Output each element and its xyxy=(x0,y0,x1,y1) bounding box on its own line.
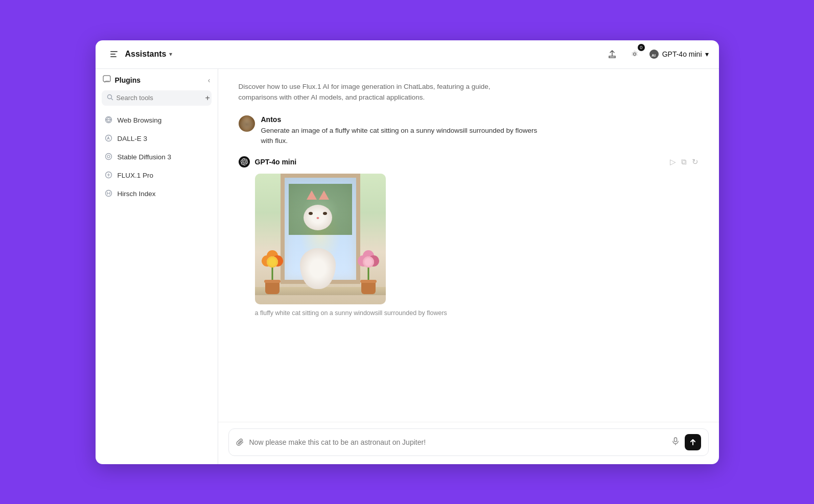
svg-point-6 xyxy=(107,94,111,99)
dall-e-label: DALL-E 3 xyxy=(118,135,148,142)
voice-button[interactable] xyxy=(671,437,680,447)
plugin-badge-container: 0 xyxy=(626,46,643,62)
svg-point-10 xyxy=(107,155,110,158)
plugin-badge-count: 0 xyxy=(638,44,645,51)
ai-message: GPT-4o mini ▷ ⧉ ↻ xyxy=(239,156,699,317)
sidebar-title-container: Plugins xyxy=(103,75,141,85)
ai-action-buttons: ▷ ⧉ ↻ xyxy=(670,157,699,166)
sidebar-header: Plugins ‹ xyxy=(96,75,218,90)
sidebar: Plugins ‹ + xyxy=(96,69,218,464)
user-message-text: Generate an image of a fluffy white cat … xyxy=(261,126,547,147)
intro-text: Discover how to use Flux.1 AI for image … xyxy=(239,81,525,103)
svg-rect-5 xyxy=(103,76,110,82)
hirsch-icon xyxy=(105,189,112,199)
attach-button[interactable] xyxy=(236,438,244,446)
generated-image-container: a fluffy white cat sitting on a sunny wi… xyxy=(255,174,699,317)
header-left: Assistants ▾ xyxy=(106,46,173,62)
stable-diffusion-label: Stable Diffusion 3 xyxy=(118,153,172,161)
user-avatar xyxy=(239,115,255,132)
assistants-chevron-icon: ▾ xyxy=(169,51,172,58)
sidebar-item-flux1-pro[interactable]: FLUX.1 Pro xyxy=(100,167,214,184)
flower-left xyxy=(265,282,280,294)
plugin-list: Web Browsing DALL-E 3 xyxy=(96,112,218,203)
search-icon xyxy=(107,94,113,102)
sidebar-item-stable-diffusion-3[interactable]: Stable Diffusion 3 xyxy=(100,149,214,166)
model-name-label: GPT-4o mini xyxy=(662,50,702,58)
body: Plugins ‹ + xyxy=(96,69,719,464)
regenerate-button[interactable]: ↻ xyxy=(692,157,699,166)
model-chevron-icon: ▾ xyxy=(705,50,709,58)
assistants-label: Assistants xyxy=(125,50,167,59)
ai-message-header: GPT-4o mini ▷ ⧉ ↻ xyxy=(239,156,699,167)
svg-point-9 xyxy=(105,153,111,159)
svg-text:AI: AI xyxy=(652,53,656,58)
web-browsing-icon xyxy=(105,116,112,125)
sidebar-item-hirsch-index[interactable]: Hirsch Index xyxy=(100,185,214,203)
send-button[interactable] xyxy=(685,434,701,450)
play-button[interactable]: ▷ xyxy=(670,157,676,166)
model-selector-button[interactable]: AI GPT-4o mini ▾ xyxy=(649,49,709,59)
flower-right xyxy=(361,282,376,294)
sidebar-title-label: Plugins xyxy=(115,76,141,84)
assistants-button[interactable] xyxy=(106,46,122,62)
stable-diffusion-icon xyxy=(105,153,112,162)
svg-rect-13 xyxy=(674,438,677,442)
ai-name-row: GPT-4o mini xyxy=(239,156,297,167)
sidebar-item-dall-e-3[interactable]: DALL-E 3 xyxy=(100,130,214,148)
svg-rect-0 xyxy=(110,51,118,52)
sidebar-collapse-button[interactable]: ‹ xyxy=(208,76,211,84)
web-browsing-label: Web Browsing xyxy=(118,116,162,124)
svg-rect-2 xyxy=(110,56,117,57)
hirsch-index-label: Hirsch Index xyxy=(118,190,156,198)
user-name: Antos xyxy=(261,115,547,124)
generated-image xyxy=(255,174,386,304)
ai-logo xyxy=(239,156,250,167)
copy-button[interactable]: ⧉ xyxy=(681,157,687,166)
cat xyxy=(303,223,338,289)
sidebar-item-web-browsing[interactable]: Web Browsing xyxy=(100,112,214,129)
user-message: Antos Generate an image of a fluffy whit… xyxy=(239,115,699,147)
user-info: Antos Generate an image of a fluffy whit… xyxy=(261,115,547,147)
main-content: Discover how to use Flux.1 AI for image … xyxy=(218,69,719,464)
flux1-icon xyxy=(105,171,112,180)
search-input[interactable] xyxy=(117,94,202,102)
dall-e-icon xyxy=(105,134,112,143)
chat-area: Discover how to use Flux.1 AI for image … xyxy=(218,69,719,422)
sidebar-chat-icon xyxy=(103,75,111,85)
ai-model-name: GPT-4o mini xyxy=(255,158,297,166)
svg-rect-1 xyxy=(110,54,115,55)
header-right: 0 AI GPT-4o mini ▾ xyxy=(604,46,709,62)
chat-input[interactable] xyxy=(249,438,666,446)
image-caption: a fluffy white cat sitting on a sunny wi… xyxy=(255,309,699,317)
add-plugin-button[interactable]: + xyxy=(205,93,210,103)
input-area xyxy=(218,422,719,464)
search-bar: + xyxy=(102,90,212,106)
header: Assistants ▾ 0 A xyxy=(96,40,719,69)
share-button[interactable] xyxy=(604,46,620,62)
flux1-label: FLUX.1 Pro xyxy=(118,172,154,179)
app-window: Assistants ▾ 0 A xyxy=(96,40,719,464)
input-box xyxy=(228,428,709,456)
